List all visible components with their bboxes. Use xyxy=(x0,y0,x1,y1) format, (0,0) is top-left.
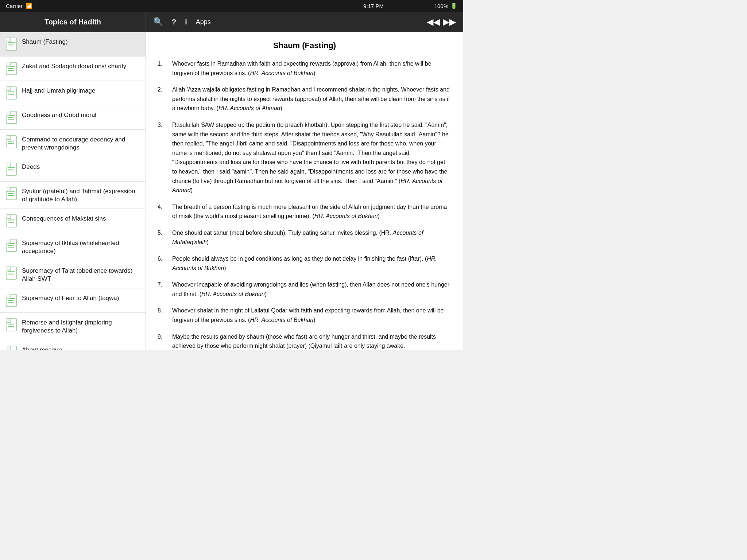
sidebar-item-label-consequences: Consequences of Maksiat sins xyxy=(22,214,106,223)
sidebar-item-icon-goodness xyxy=(5,110,18,124)
status-bar-left: Carrier 📶 xyxy=(6,3,32,9)
status-bar-time: 9:17 PM xyxy=(363,3,384,9)
sidebar-item-icon-supremacy-taat xyxy=(5,266,18,280)
hadith-item-3: 3.Rasulullah SAW stepped up the podium (… xyxy=(158,120,452,195)
sidebar-item-hajj[interactable]: Hajj and Umrah pilgrimage xyxy=(0,81,146,105)
sidebar-item-supremacy-taat[interactable]: Supremacy of Ta'at (obedience towards) A… xyxy=(0,261,146,288)
toolbar-actions: 🔍 ? i Apps ◀◀ ▶▶ xyxy=(146,17,463,27)
hadith-text-4: The breath of a person fasting is much m… xyxy=(172,202,452,221)
hadith-item-1: 1.Whoever fasts in Ramadhan with faith a… xyxy=(158,59,452,78)
sidebar-item-label-remorse: Remorse and Istighfar (imploring forgive… xyxy=(22,318,140,335)
sidebar-item-icon-supremacy-fear xyxy=(5,293,18,307)
sidebar-item-supremacy-ikhlas[interactable]: Supremacy of Ikhlas (wholehearted accept… xyxy=(0,233,146,261)
sidebar-item-remorse[interactable]: Remorse and Istighfar (imploring forgive… xyxy=(0,313,146,340)
hadith-item-4: 4.The breath of a person fasting is much… xyxy=(158,202,452,221)
sidebar-item-icon-syukur xyxy=(5,187,18,201)
sidebar-item-label-supremacy-fear: Supremacy of Fear to Allah (taqwa) xyxy=(22,293,119,302)
prev-button[interactable]: ◀◀ xyxy=(427,17,440,27)
sidebar-item-label-hajj: Hajj and Umrah pilgrimage xyxy=(22,86,95,95)
sidebar-item-label-syukur: Syukur (grateful) and Tahmid (expression… xyxy=(22,187,140,203)
sidebar-item-icon-shaum xyxy=(5,37,18,51)
content-area: Shaum (Fasting) 1.Whoever fasts in Ramad… xyxy=(146,32,463,350)
wifi-icon: 📶 xyxy=(26,3,32,9)
hadith-list: 1.Whoever fasts in Ramadhan with faith a… xyxy=(158,59,452,350)
sidebar-item-label-shaum: Shaum (Fasting) xyxy=(22,37,68,46)
sidebar-item-mosque[interactable]: About mosque xyxy=(0,340,146,350)
sidebar: Shaum (Fasting)Zakat and Sodaqoh donatio… xyxy=(0,32,146,350)
hadith-text-8: Whoever shalat in the night of Lailatul … xyxy=(172,306,452,324)
sidebar-item-icon-command xyxy=(5,135,18,149)
hadith-item-8: 8.Whoever shalat in the night of Lailatu… xyxy=(158,306,452,324)
sidebar-item-icon-zakat xyxy=(5,62,18,75)
battery-label: 100% xyxy=(434,3,448,9)
sidebar-item-consequences[interactable]: Consequences of Maksiat sins xyxy=(0,209,146,233)
sidebar-item-label-supremacy-ikhlas: Supremacy of Ikhlas (wholehearted accept… xyxy=(22,238,140,255)
sidebar-item-label-command: Command to encourage decency and prevent… xyxy=(22,135,140,152)
hadith-text-5: One should eat sahur (meal before shubuh… xyxy=(172,228,452,247)
hadith-number-2: 2. xyxy=(158,85,168,113)
sidebar-item-deeds[interactable]: Deeds xyxy=(0,157,146,182)
search-button[interactable]: 🔍 xyxy=(153,17,163,27)
hadith-text-9: Maybe the results gained by shaum (those… xyxy=(172,332,452,350)
nav-controls: ◀◀ ▶▶ xyxy=(427,17,456,27)
hadith-item-2: 2.Allah 'Azza wajalla obligates fasting … xyxy=(158,85,452,113)
main-container: Shaum (Fasting)Zakat and Sodaqoh donatio… xyxy=(0,32,463,350)
hadith-item-6: 6.People should always be in god conditi… xyxy=(158,254,452,273)
sidebar-item-label-goodness: Goodness and Good moral xyxy=(22,110,96,119)
hadith-item-5: 5.One should eat sahur (meal before shub… xyxy=(158,228,452,247)
sidebar-item-command[interactable]: Command to encourage decency and prevent… xyxy=(0,130,146,157)
toolbar-title: Topics of Hadith xyxy=(44,18,101,26)
hadith-text-3: Rasulullah SAW stepped up the podium (to… xyxy=(172,120,452,195)
hadith-number-5: 5. xyxy=(158,228,168,247)
hadith-text-6: People should always be in god condition… xyxy=(172,254,452,273)
sidebar-item-goodness[interactable]: Goodness and Good moral xyxy=(0,105,146,130)
hadith-number-4: 4. xyxy=(158,202,168,221)
status-bar: Carrier 📶 9:17 PM 100% 🔋 xyxy=(0,0,463,12)
toolbar-title-container: Topics of Hadith xyxy=(0,12,146,32)
hadith-text-1: Whoever fasts in Ramadhan with faith and… xyxy=(172,59,452,78)
sidebar-item-icon-deeds xyxy=(5,162,18,176)
hadith-text-7: Whoever incapable of avoiding wrongdoing… xyxy=(172,280,452,299)
carrier-label: Carrier xyxy=(6,3,23,9)
hadith-number-9: 9. xyxy=(158,332,168,350)
sidebar-item-syukur[interactable]: Syukur (grateful) and Tahmid (expression… xyxy=(0,182,146,209)
sidebar-item-zakat[interactable]: Zakat and Sodaqoh donations/ charity xyxy=(0,57,146,81)
sidebar-item-supremacy-fear[interactable]: Supremacy of Fear to Allah (taqwa) xyxy=(0,288,146,313)
sidebar-item-icon-supremacy-ikhlas xyxy=(5,238,18,252)
hadith-number-7: 7. xyxy=(158,280,168,299)
hadith-number-6: 6. xyxy=(158,254,168,273)
hadith-number-1: 1. xyxy=(158,59,168,78)
sidebar-item-icon-hajj xyxy=(5,86,18,100)
hadith-item-7: 7.Whoever incapable of avoiding wrongdoi… xyxy=(158,280,452,299)
content-title: Shaum (Fasting) xyxy=(158,41,452,50)
hadith-number-3: 3. xyxy=(158,120,168,195)
apps-button[interactable]: Apps xyxy=(196,18,211,26)
sidebar-item-icon-consequences xyxy=(5,214,18,228)
info-button[interactable]: i xyxy=(185,18,187,26)
toolbar: Topics of Hadith 🔍 ? i Apps ◀◀ ▶▶ xyxy=(0,12,463,32)
sidebar-item-icon-mosque xyxy=(5,345,18,350)
battery-icon: 🔋 xyxy=(450,3,457,9)
next-button[interactable]: ▶▶ xyxy=(443,17,456,27)
sidebar-item-label-supremacy-taat: Supremacy of Ta'at (obedience towards) A… xyxy=(22,266,140,283)
sidebar-item-icon-remorse xyxy=(5,318,18,332)
sidebar-item-shaum[interactable]: Shaum (Fasting) xyxy=(0,32,146,57)
status-bar-right: 100% 🔋 xyxy=(434,3,457,9)
hadith-text-2: Allah 'Azza wajalla obligates fasting in… xyxy=(172,85,452,113)
hadith-item-9: 9.Maybe the results gained by shaum (tho… xyxy=(158,332,452,350)
hadith-number-8: 8. xyxy=(158,306,168,324)
sidebar-item-label-zakat: Zakat and Sodaqoh donations/ charity xyxy=(22,62,126,70)
sidebar-item-label-deeds: Deeds xyxy=(22,162,40,171)
help-button[interactable]: ? xyxy=(172,18,176,26)
sidebar-item-label-mosque: About mosque xyxy=(22,345,62,350)
